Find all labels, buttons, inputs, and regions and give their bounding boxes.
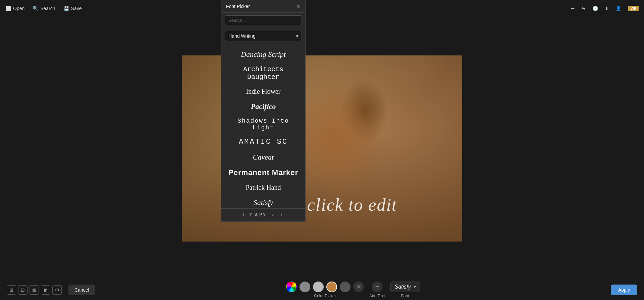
font-list: Dancing Script Architects Daughter Indie… bbox=[221, 44, 305, 208]
font-label-caveat: Caveat bbox=[253, 153, 274, 161]
modal-overlay: Font Picker ✕ Hand Writing All Serif San… bbox=[0, 0, 644, 300]
modal-footer: 1 - 10 of 150 ‹ › bbox=[221, 208, 305, 221]
font-item-satisfy[interactable]: Satisfy bbox=[221, 195, 305, 208]
font-item-caveat[interactable]: Caveat bbox=[221, 149, 305, 165]
font-label-indie-flower: Indie Flower bbox=[246, 88, 281, 95]
font-item-dancing-script[interactable]: Dancing Script bbox=[221, 47, 305, 62]
font-label-pacifico: Pacifico bbox=[251, 102, 276, 111]
search-box bbox=[221, 13, 305, 28]
page-nav: ‹ › bbox=[270, 211, 284, 219]
font-item-pacifico[interactable]: Pacifico bbox=[221, 99, 305, 114]
font-label-patrick-hand: Patrick Hand bbox=[246, 184, 281, 191]
font-item-shadows-into-light[interactable]: Shadows Into Light bbox=[221, 114, 305, 134]
font-item-permanent-marker[interactable]: Permanent Marker bbox=[221, 165, 305, 180]
modal-title: Font Picker bbox=[226, 4, 250, 9]
pagination-info: 1 - 10 of 150 bbox=[242, 213, 265, 217]
modal-header: Font Picker ✕ bbox=[221, 0, 305, 13]
page-prev-button[interactable]: ‹ bbox=[270, 211, 276, 219]
category-select[interactable]: Hand Writing All Serif Sans-Serif Displa… bbox=[225, 31, 302, 41]
font-label-dancing-script: Dancing Script bbox=[241, 50, 286, 58]
font-item-patrick-hand[interactable]: Patrick Hand bbox=[221, 180, 305, 195]
modal-close-button[interactable]: ✕ bbox=[296, 4, 301, 9]
font-label-amatic-sc: Amatic SC bbox=[239, 138, 288, 146]
font-item-architects-daughter[interactable]: Architects Daughter bbox=[221, 62, 305, 84]
font-item-indie-flower[interactable]: Indie Flower bbox=[221, 84, 305, 99]
font-label-satisfy: Satisfy bbox=[254, 198, 273, 207]
font-label-shadows-into-light: Shadows Into Light bbox=[237, 118, 289, 131]
font-item-amatic-sc[interactable]: Amatic SC bbox=[221, 134, 305, 149]
font-search-input[interactable] bbox=[225, 15, 302, 25]
page-next-button[interactable]: › bbox=[279, 211, 284, 219]
font-picker-modal: Font Picker ✕ Hand Writing All Serif San… bbox=[221, 0, 306, 222]
category-dropdown: Hand Writing All Serif Sans-Serif Displa… bbox=[221, 28, 305, 44]
font-label-permanent-marker: Permanent Marker bbox=[228, 168, 298, 177]
font-label-architects-daughter: Architects Daughter bbox=[243, 66, 283, 81]
